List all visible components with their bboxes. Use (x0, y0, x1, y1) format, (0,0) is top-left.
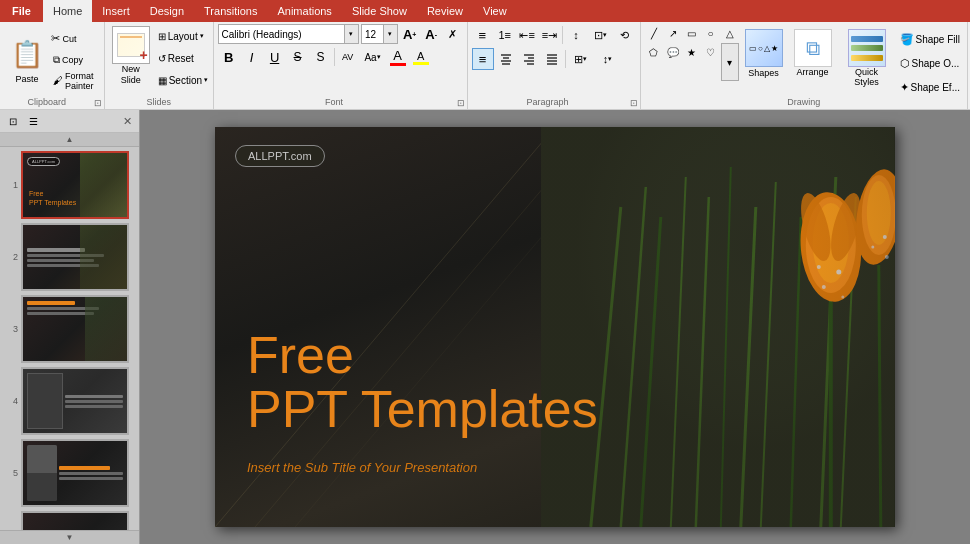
line-spacing-button[interactable]: ↕▾ (595, 48, 621, 70)
font-size-selector[interactable]: 12 ▾ (361, 24, 398, 44)
italic-button[interactable]: I (241, 46, 263, 68)
section-dropdown-icon: ▾ (204, 76, 208, 84)
highlight-button[interactable]: A (410, 46, 432, 68)
shapes-button[interactable]: ▭○ △★ Shapes (743, 26, 785, 81)
bullets-button[interactable]: ≡ (472, 24, 493, 46)
underline-button[interactable]: U (264, 46, 286, 68)
decrease-indent-button[interactable]: ⇤≡ (516, 24, 537, 46)
tab-animations[interactable]: Animations (267, 0, 341, 22)
slide-1-thumb[interactable]: ALLPPT.com FreePPT Templates (21, 151, 129, 219)
clear-format-button[interactable]: ✗ (443, 24, 463, 44)
paragraph-group: ≡ 1≡ ⇤≡ ≡⇥ ↕ ⊡▾ ⟲ ≡ (468, 22, 641, 109)
drawing-label: Drawing (641, 97, 967, 107)
section-button[interactable]: ▦ Section ▾ (155, 70, 211, 90)
slides-label: Slides (105, 97, 213, 107)
slide-5-thumb[interactable] (21, 439, 129, 507)
paste-label: Paste (15, 74, 38, 84)
font-grow-button[interactable]: A+ (400, 24, 420, 44)
shape-rect[interactable]: ▭ (683, 24, 701, 42)
section-icon: ▦ (158, 75, 167, 86)
layout-icon: ⊞ (158, 31, 166, 42)
slide-2-thumb[interactable] (21, 223, 129, 291)
numbering-button[interactable]: 1≡ (494, 24, 515, 46)
shape-more[interactable]: ▾ (721, 43, 739, 81)
shape-fill-button[interactable]: 🪣 Shape Fill (897, 28, 963, 50)
shape-outline-button[interactable]: ⬡ Shape O... (897, 52, 963, 74)
align-center-button[interactable] (495, 48, 517, 70)
tab-file[interactable]: File (0, 0, 43, 22)
align-text-button[interactable]: ⊡▾ (588, 24, 613, 46)
clipboard-group-content: 📋 Paste ✂ Cut ⧉ Copy 🖌 Format Painter (6, 24, 100, 95)
tab-design[interactable]: Design (140, 0, 194, 22)
shape-pentagon[interactable]: ⬠ (645, 43, 663, 61)
smartart-button[interactable]: ⟲ (614, 24, 635, 46)
clipboard-label: Clipboard (2, 97, 92, 107)
font-label: Font (214, 97, 455, 107)
slide-6-thumb[interactable] (21, 511, 129, 530)
shape-line[interactable]: ╱ (645, 24, 663, 42)
font-name-dropdown[interactable]: ▾ (344, 25, 358, 43)
tab-view[interactable]: View (473, 0, 517, 22)
tab-insert[interactable]: Insert (92, 0, 140, 22)
copy-icon: ⧉ (53, 54, 60, 66)
shape-callout[interactable]: 💬 (664, 43, 682, 61)
tab-home[interactable]: Home (43, 0, 92, 22)
layout-button[interactable]: ⊞ Layout ▾ (155, 26, 211, 46)
shape-heart[interactable]: ♡ (702, 43, 720, 61)
slide-panel: ⊡ ☰ ✕ ▲ 1 ALLPPT.com FreePPT Templates (0, 110, 140, 544)
slide-title: Free PPT Templates (247, 328, 598, 437)
font-size-dropdown[interactable]: ▾ (383, 25, 397, 43)
shape-triangle[interactable]: △ (721, 24, 739, 42)
arrange-button[interactable]: ⧉ Arrange (789, 26, 837, 80)
paste-button[interactable]: 📋 Paste (6, 34, 48, 86)
slide-subtitle: Insert the Sub Title of Your Presentatio… (247, 460, 477, 475)
panel-scroll-down[interactable]: ▼ (0, 530, 139, 544)
reset-button[interactable]: ↺ Reset (155, 48, 211, 68)
shape-star[interactable]: ★ (683, 43, 701, 61)
tab-slideshow[interactable]: Slide Show (342, 0, 417, 22)
paragraph-label: Paragraph (468, 97, 628, 107)
shape-effects-button[interactable]: ✦ Shape Ef... (897, 76, 963, 98)
char-spacing-button[interactable]: AV (337, 46, 359, 68)
panel-icon-2[interactable]: ☰ (24, 112, 42, 130)
panel-close-button[interactable]: ✕ (119, 113, 135, 129)
change-case-button[interactable]: Aa▾ (360, 46, 386, 68)
shape-oval[interactable]: ○ (702, 24, 720, 42)
font-color-button[interactable]: A (387, 46, 409, 68)
slide-4-thumb[interactable] (21, 367, 129, 435)
tab-review[interactable]: Review (417, 0, 473, 22)
slide-1-number: 1 (8, 180, 18, 190)
text-shadow-button[interactable]: S (310, 46, 332, 68)
clipboard-expand[interactable]: ⊡ (94, 98, 102, 108)
strikethrough-button[interactable]: S (287, 46, 309, 68)
quick-styles-button[interactable]: QuickStyles (841, 26, 893, 90)
panel-scroll-up[interactable]: ▲ (0, 133, 139, 147)
align-left-button[interactable]: ≡ (472, 48, 494, 70)
font-group: Calibri (Headings) ▾ 12 ▾ A+ A- ✗ B I U (214, 22, 468, 109)
paragraph-expand[interactable]: ⊡ (630, 98, 638, 108)
canvas-area: ALLPPT.com Free PPT Templates Insert the… (140, 110, 970, 544)
cut-button[interactable]: ✂ Cut (50, 29, 78, 49)
outline-icon: ⬡ (900, 57, 910, 70)
tab-transitions[interactable]: Transitions (194, 0, 267, 22)
clipboard-group: 📋 Paste ✂ Cut ⧉ Copy 🖌 Format Painter (2, 22, 105, 109)
font-expand[interactable]: ⊡ (457, 98, 465, 108)
copy-button[interactable]: ⧉ Copy (50, 50, 86, 70)
font-shrink-button[interactable]: A- (421, 24, 441, 44)
font-name-selector[interactable]: Calibri (Headings) ▾ (218, 24, 359, 44)
shape-arrow[interactable]: ↗ (664, 24, 682, 42)
columns-button[interactable]: ⊞▾ (568, 48, 594, 70)
slide-3-thumb[interactable] (21, 295, 129, 363)
justify-button[interactable] (541, 48, 563, 70)
format-painter-icon: 🖌 (53, 75, 63, 86)
new-slide-button[interactable]: + NewSlide (109, 24, 153, 88)
increase-indent-button[interactable]: ≡⇥ (539, 24, 560, 46)
layout-dropdown-icon: ▾ (200, 32, 204, 40)
panel-icon-1[interactable]: ⊡ (4, 112, 22, 130)
slide-canvas[interactable]: ALLPPT.com Free PPT Templates Insert the… (215, 127, 895, 527)
quick-styles-label: QuickStyles (854, 67, 879, 87)
bold-button[interactable]: B (218, 46, 240, 68)
text-direction-button[interactable]: ↕ (565, 24, 586, 46)
align-right-button[interactable] (518, 48, 540, 70)
format-painter-button[interactable]: 🖌 Format Painter (50, 71, 102, 91)
